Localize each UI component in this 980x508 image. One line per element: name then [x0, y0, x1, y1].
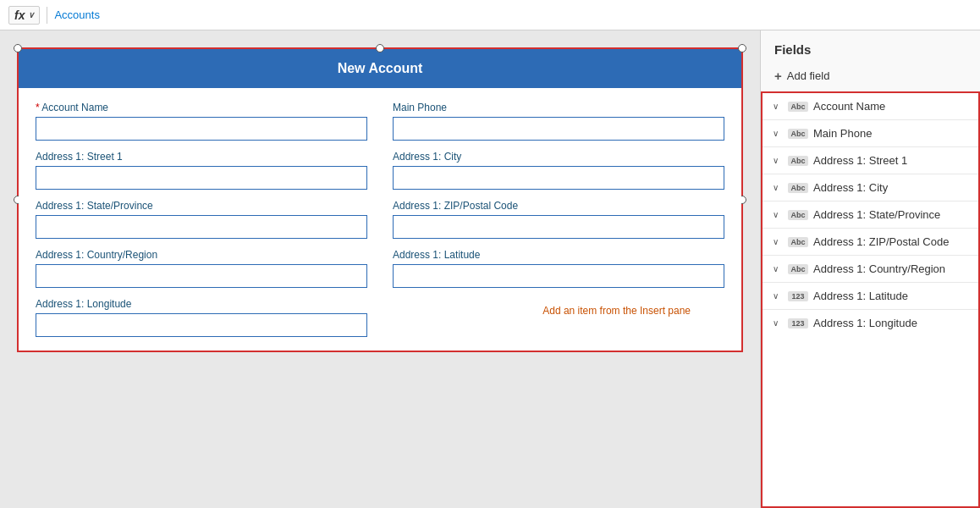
sidebar-field-account-name[interactable]: ∨ Abc Account Name: [763, 93, 978, 120]
add-field-row[interactable]: + Add field: [761, 64, 980, 91]
chevron-down-icon: ∨: [773, 264, 783, 273]
sidebar: Fields + Add field ∨ Abc Account Name ∨ …: [760, 30, 980, 508]
fx-button[interactable]: fx ∨: [8, 6, 40, 25]
main-layout: New Account Account Name Main Phone: [0, 30, 980, 508]
field-latitude: Address 1: Latitude: [393, 249, 724, 288]
sidebar-field-country[interactable]: ∨ Abc Address 1: Country/Region: [763, 256, 978, 283]
field-type-abc: Abc: [788, 183, 808, 193]
field-state: Address 1: State/Province: [36, 200, 367, 239]
add-item-hint: Add an item from the Insert pane: [542, 305, 691, 317]
field-type-abc: Abc: [788, 237, 808, 247]
field-item-label: Address 1: ZIP/Postal Code: [813, 235, 949, 248]
field-input-latitude[interactable]: [393, 264, 724, 288]
field-item-label: Address 1: Longitude: [813, 317, 917, 329]
field-label-main-phone: Main Phone: [393, 102, 724, 113]
handle-top-mid[interactable]: [376, 44, 384, 52]
chevron-down-icon: ∨: [773, 156, 783, 165]
chevron-down-icon: ∨: [773, 318, 783, 328]
field-item-label: Address 1: City: [813, 181, 888, 194]
empty-cell: Add an item from the Insert pane: [393, 298, 724, 337]
field-longitude: Address 1: Longitude: [36, 298, 367, 337]
canvas-area: New Account Account Name Main Phone: [0, 30, 760, 508]
field-item-label: Account Name: [813, 100, 885, 113]
sidebar-field-latitude[interactable]: ∨ 123 Address 1: Latitude: [763, 283, 978, 310]
field-city: Address 1: City: [393, 151, 724, 190]
field-input-state[interactable]: [36, 215, 367, 239]
field-label-account-name: Account Name: [36, 102, 367, 113]
chevron-down-icon: ∨: [773, 183, 783, 192]
field-label-city: Address 1: City: [393, 151, 724, 163]
sidebar-field-zip[interactable]: ∨ Abc Address 1: ZIP/Postal Code: [763, 229, 978, 256]
field-type-123: 123: [788, 291, 808, 301]
field-input-main-phone[interactable]: [393, 117, 724, 141]
sidebar-field-street[interactable]: ∨ Abc Address 1: Street 1: [763, 147, 978, 174]
field-input-account-name[interactable]: [36, 117, 367, 141]
field-item-label: Main Phone: [813, 127, 872, 140]
top-bar-separator: [47, 7, 47, 24]
field-type-abc: Abc: [788, 156, 808, 166]
field-main-phone: Main Phone: [393, 102, 724, 141]
field-type-abc: Abc: [788, 129, 808, 139]
chevron-down-icon: ∨: [773, 129, 783, 138]
field-label-country: Address 1: Country/Region: [36, 249, 367, 261]
plus-icon: +: [774, 69, 782, 83]
field-type-123: 123: [788, 318, 808, 329]
field-label-longitude: Address 1: Longitude: [36, 298, 367, 310]
add-field-label: Add field: [787, 69, 830, 82]
field-label-street: Address 1: Street 1: [36, 151, 367, 163]
chevron-down-icon: ∨: [773, 237, 783, 246]
field-label-zip: Address 1: ZIP/Postal Code: [393, 200, 724, 212]
form-body: Account Name Main Phone Address 1: Stree…: [19, 88, 741, 351]
field-label-state: Address 1: State/Province: [36, 200, 367, 212]
field-input-city[interactable]: [393, 166, 724, 190]
field-item-label: Address 1: Latitude: [813, 290, 908, 302]
handle-top-right[interactable]: [738, 44, 746, 52]
breadcrumb[interactable]: Accounts: [54, 8, 99, 21]
top-bar: fx ∨ Accounts: [0, 0, 980, 30]
chevron-down-icon: ∨: [773, 102, 783, 111]
field-input-zip[interactable]: [393, 215, 724, 239]
chevron-down-icon: ∨: [773, 210, 783, 219]
field-item-label: Address 1: State/Province: [813, 208, 940, 221]
sidebar-field-longitude[interactable]: ∨ 123 Address 1: Longitude: [763, 310, 978, 336]
fx-label: fx: [14, 8, 25, 22]
form-header: New Account: [19, 49, 741, 88]
form-title: New Account: [338, 61, 423, 75]
sidebar-title: Fields: [761, 30, 980, 64]
sidebar-field-main-phone[interactable]: ∨ Abc Main Phone: [763, 120, 978, 147]
field-type-abc: Abc: [788, 210, 808, 220]
field-country: Address 1: Country/Region: [36, 249, 367, 288]
sidebar-field-state[interactable]: ∨ Abc Address 1: State/Province: [763, 202, 978, 229]
field-input-street[interactable]: [36, 166, 367, 190]
field-input-country[interactable]: [36, 264, 367, 288]
handle-top-left[interactable]: [14, 44, 22, 52]
form-container: New Account Account Name Main Phone: [17, 47, 743, 352]
fx-chevron-icon: ∨: [28, 10, 34, 19]
field-type-abc: Abc: [788, 264, 808, 274]
chevron-down-icon: ∨: [773, 291, 783, 301]
field-account-name: Account Name: [36, 102, 367, 141]
field-zip: Address 1: ZIP/Postal Code: [393, 200, 724, 239]
field-input-longitude[interactable]: [36, 313, 367, 337]
form-grid: Account Name Main Phone Address 1: Stree…: [36, 102, 724, 337]
field-label-latitude: Address 1: Latitude: [393, 249, 724, 261]
field-item-label: Address 1: Street 1: [813, 154, 907, 167]
field-type-abc: Abc: [788, 102, 808, 112]
field-item-label: Address 1: Country/Region: [813, 262, 945, 275]
field-street: Address 1: Street 1: [36, 151, 367, 190]
fields-list: ∨ Abc Account Name ∨ Abc Main Phone ∨ Ab…: [761, 91, 980, 508]
sidebar-field-city[interactable]: ∨ Abc Address 1: City: [763, 174, 978, 202]
